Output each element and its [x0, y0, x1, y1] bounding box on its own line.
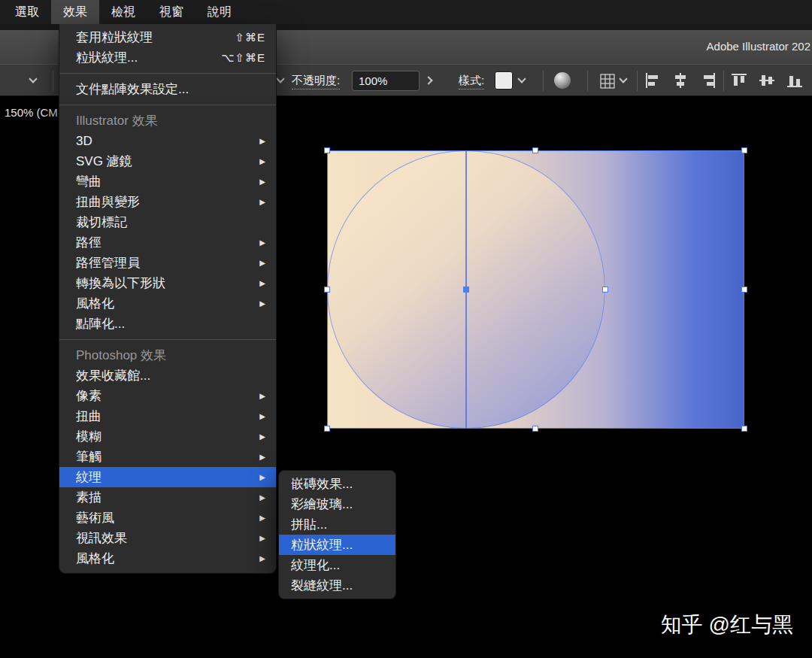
submenu-arrow-icon: ▶: [259, 157, 265, 165]
menu-item[interactable]: SVG 濾鏡▶: [59, 151, 276, 171]
submenu-arrow-icon: ▶: [259, 279, 265, 287]
submenu-item[interactable]: 拼貼...: [279, 514, 395, 535]
selection-center-point[interactable]: [463, 287, 469, 293]
style-label[interactable]: 樣式:: [459, 74, 484, 89]
submenu-arrow-icon: ▶: [259, 299, 265, 308]
menu-item[interactable]: 3D▶: [59, 131, 276, 151]
menu-item[interactable]: 套用粒狀紋理⇧⌘E: [59, 27, 276, 47]
opacity-label[interactable]: 不透明度:: [292, 74, 340, 89]
submenu-arrow-icon: ▶: [259, 259, 265, 267]
toolbar-separator: [543, 71, 544, 91]
menu-item-label: 扭曲與變形: [76, 193, 140, 211]
menu-item[interactable]: 粒狀紋理...⌥⇧⌘E: [59, 47, 276, 68]
menubar-item[interactable]: 效果: [51, 0, 99, 24]
chevron-down-icon[interactable]: [29, 74, 37, 83]
circle-anchor-point[interactable]: [602, 287, 608, 293]
align-vertical-center-icon[interactable]: [759, 72, 775, 89]
submenu-arrow-icon: ▶: [259, 453, 265, 461]
menu-item[interactable]: 藝術風▶: [59, 508, 276, 528]
menu-item-label: 藝術風: [76, 509, 114, 526]
align-vertical-top-icon[interactable]: [731, 72, 747, 89]
menubar-item[interactable]: 說明: [195, 0, 244, 24]
menu-item-label: 紋理: [76, 468, 102, 486]
menu-section-header: Illustrator 效果: [59, 111, 276, 131]
submenu-item[interactable]: 彩繪玻璃...: [279, 494, 395, 514]
chevron-down-icon[interactable]: [276, 74, 284, 83]
menu-item-label: 扭曲: [76, 408, 102, 425]
menu-item[interactable]: 扭曲▶: [59, 406, 276, 426]
menu-item[interactable]: 像素▶: [59, 386, 276, 406]
document-zoom-label: 150% (CM: [5, 106, 58, 119]
menu-item-label: SVG 濾鏡: [76, 153, 132, 170]
submenu-arrow-icon: ▶: [259, 514, 265, 522]
menu-item-label: 模糊: [76, 428, 102, 445]
style-swatch[interactable]: [495, 71, 513, 89]
submenu-arrow-icon: ▶: [259, 392, 265, 400]
menu-item-shortcut: ⇧⌘E: [235, 31, 265, 44]
menu-item[interactable]: 扭曲與變形▶: [59, 192, 276, 212]
menu-item[interactable]: 路徑▶: [59, 232, 276, 253]
menu-item[interactable]: 裁切標記: [59, 212, 276, 232]
menu-separator: [59, 105, 276, 105]
menu-item-label: 效果收藏館...: [76, 367, 150, 384]
menubar: 選取效果檢視視窗說明: [0, 0, 812, 24]
watermark: 知乎 @红与黑: [661, 611, 793, 639]
submenu-arrow-icon: ▶: [259, 412, 265, 420]
selection-handle-middle-right[interactable]: [741, 287, 747, 293]
opacity-input[interactable]: [352, 71, 420, 91]
menu-item-label: 路徑管理員: [76, 254, 140, 271]
menu-item[interactable]: 風格化▶: [59, 548, 276, 569]
effects-menu: 套用粒狀紋理⇧⌘E粒狀紋理...⌥⇧⌘E文件點陣效果設定...Illustrat…: [59, 24, 277, 574]
selection-handle-middle-left[interactable]: [324, 287, 330, 293]
menu-item-label: 裁切標記: [76, 214, 127, 231]
selection-handle-top-right[interactable]: [741, 147, 747, 153]
toolbar-separator: [723, 71, 724, 91]
menu-item-shortcut: ⌥⇧⌘E: [221, 51, 265, 65]
selection-handle-bottom-left[interactable]: [324, 426, 330, 432]
transform-grid-icon[interactable]: [599, 73, 616, 89]
selection-handle-top-center[interactable]: [532, 147, 538, 153]
menu-item[interactable]: 點陣化...: [59, 314, 276, 334]
menu-item[interactable]: 視訊效果▶: [59, 528, 276, 548]
menu-section-header: Photoshop 效果: [59, 345, 276, 365]
align-vertical-bottom-icon[interactable]: [786, 72, 803, 89]
menu-item[interactable]: 轉換為以下形狀▶: [59, 273, 276, 293]
toolbar-separator: [53, 71, 53, 91]
menu-item-label: 風格化: [76, 550, 114, 567]
submenu-item[interactable]: 裂縫紋理...: [279, 575, 395, 596]
toolbar-separator: [637, 71, 638, 91]
menu-item-label: 路徑: [76, 234, 102, 251]
menu-item-label: 套用粒狀紋理: [76, 29, 153, 46]
menubar-item[interactable]: 檢視: [99, 0, 147, 24]
menu-item[interactable]: 風格化▶: [59, 293, 276, 314]
submenu-item[interactable]: 粒狀紋理...: [279, 535, 395, 555]
submenu-item[interactable]: 嵌磚效果...: [279, 474, 395, 494]
chevron-down-icon[interactable]: [619, 74, 627, 83]
selection-handle-top-left[interactable]: [324, 147, 330, 153]
app-title: Adobe Illustrator 202: [707, 40, 810, 53]
menu-item[interactable]: 模糊▶: [59, 426, 276, 447]
menu-item[interactable]: 素描▶: [59, 487, 276, 508]
menu-item[interactable]: 彎曲▶: [59, 171, 276, 192]
expand-chevron-right-icon[interactable]: [424, 76, 432, 84]
menubar-item[interactable]: 選取: [3, 0, 51, 24]
selection-handle-bottom-right[interactable]: [741, 426, 747, 432]
submenu-item[interactable]: 紋理化...: [279, 555, 395, 575]
gradient-sphere-icon[interactable]: [554, 72, 571, 89]
selection-handle-bottom-center[interactable]: [532, 426, 538, 432]
submenu-arrow-icon: ▶: [259, 554, 265, 562]
menubar-item[interactable]: 視窗: [147, 0, 195, 24]
menu-item[interactable]: 路徑管理員▶: [59, 253, 276, 273]
menu-item-label: 筆觸: [76, 448, 102, 465]
align-horizontal-left-icon[interactable]: [644, 72, 661, 89]
chevron-down-icon[interactable]: [517, 74, 526, 83]
menu-item[interactable]: 效果收藏館...: [59, 365, 276, 386]
menu-item-label: 彎曲: [76, 173, 102, 190]
menu-item[interactable]: 紋理▶: [59, 467, 276, 487]
align-horizontal-center-icon[interactable]: [672, 72, 689, 89]
align-horizontal-right-icon[interactable]: [700, 72, 717, 89]
menu-item[interactable]: 文件點陣效果設定...: [59, 79, 276, 99]
menu-separator: [59, 339, 276, 340]
submenu-arrow-icon: ▶: [259, 493, 265, 502]
menu-item[interactable]: 筆觸▶: [59, 447, 276, 467]
